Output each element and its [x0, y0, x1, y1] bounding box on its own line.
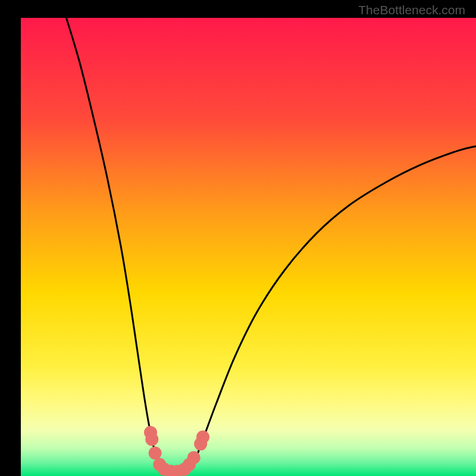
marker-point — [149, 447, 162, 460]
chart-svg — [0, 0, 476, 476]
watermark-text: TheBottleneck.com — [358, 3, 465, 17]
marker-point — [187, 451, 201, 464]
chart-container — [0, 0, 476, 476]
marker-point — [145, 433, 158, 446]
marker-point — [196, 431, 209, 444]
plot-background — [21, 18, 476, 476]
